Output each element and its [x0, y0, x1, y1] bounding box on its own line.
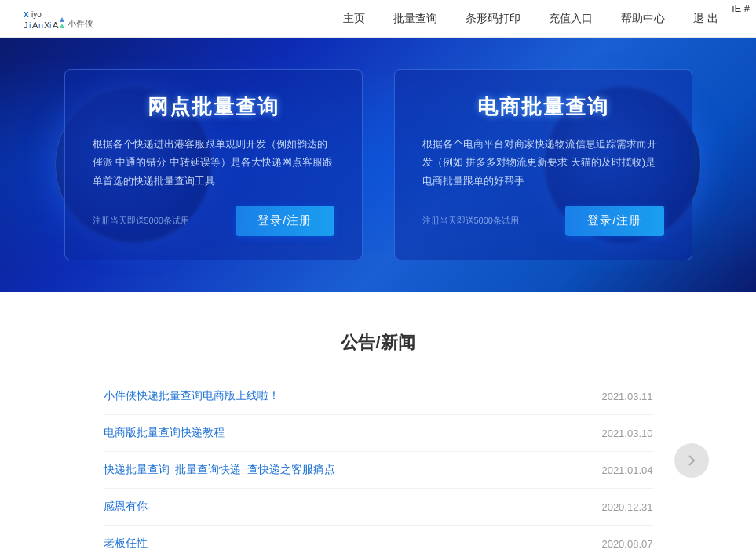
- network-card-footer: 注册当天即送5000条试用 登录/注册: [93, 206, 334, 236]
- svg-marker-9: [60, 17, 64, 22]
- header: x iyo J i A n X i A 小件侠 主页 批量查询 条形码打印 充值…: [0, 0, 756, 38]
- svg-text:i: i: [29, 20, 31, 30]
- news-link-4[interactable]: 感恩有你: [104, 500, 148, 514]
- top-right-badge: iE #: [732, 2, 750, 14]
- news-date-1: 2021.03.11: [601, 391, 652, 402]
- scroll-button[interactable]: [674, 443, 709, 478]
- nav-home[interactable]: 主页: [329, 0, 379, 38]
- nav-help[interactable]: 帮助中心: [607, 0, 679, 38]
- network-card-desc: 根据各个快递进出港客服跟单规则开发（例如韵达的催派 中通的错分 中转延误等）是各…: [93, 135, 334, 190]
- list-item[interactable]: 快递批量查询_批量查询快递_查快递之客服痛点 2021.01.04: [104, 452, 653, 489]
- nav-logout[interactable]: 退 出: [679, 0, 732, 38]
- svg-text:A: A: [32, 20, 38, 30]
- svg-text:J: J: [24, 20, 28, 30]
- svg-marker-10: [60, 24, 64, 28]
- nav-batch-query[interactable]: 批量查询: [379, 0, 451, 38]
- main-nav: 主页 批量查询 条形码打印 充值入口 帮助中心 退 出: [329, 0, 732, 38]
- news-date-4: 2020.12.31: [601, 501, 652, 513]
- svg-text:x: x: [24, 9, 29, 20]
- hero-banner: 网点批量查询 根据各个快递进出港客服跟单规则开发（例如韵达的催派 中通的错分 中…: [0, 38, 756, 292]
- ecommerce-card: 电商批量查询 根据各个电商平台对商家快递物流信息追踪需求而开发（例如 拼多多对物…: [394, 69, 692, 260]
- chevron-right-icon: [684, 453, 699, 468]
- nav-recharge[interactable]: 充值入口: [535, 0, 607, 38]
- network-card-title: 网点批量查询: [93, 93, 334, 121]
- svg-text:i: i: [49, 20, 51, 30]
- ecommerce-card-note: 注册当天即送5000条试用: [422, 215, 519, 227]
- ecommerce-card-footer: 注册当天即送5000条试用 登录/注册: [422, 206, 664, 236]
- ecommerce-card-title: 电商批量查询: [422, 93, 664, 121]
- news-section-title: 公告/新闻: [47, 331, 709, 355]
- news-date-2: 2021.03.10: [601, 427, 652, 439]
- network-login-button[interactable]: 登录/注册: [236, 206, 334, 236]
- news-section: 公告/新闻 小件侠快递批量查询电商版上线啦！ 2021.03.11 电商版批量查…: [0, 292, 756, 553]
- ecommerce-card-desc: 根据各个电商平台对商家快递物流信息追踪需求而开发（例如 拼多多对物流更新要求 天…: [422, 135, 664, 190]
- logo-icon: x iyo J i A n X i A 小件侠: [24, 5, 94, 33]
- news-link-1[interactable]: 小件侠快递批量查询电商版上线啦！: [104, 389, 279, 403]
- news-link-2[interactable]: 电商版批量查询快递教程: [104, 426, 225, 440]
- svg-text:小件侠: 小件侠: [68, 19, 93, 28]
- list-item[interactable]: 小件侠快递批量查询电商版上线啦！ 2021.03.11: [104, 378, 653, 415]
- news-date-5: 2020.08.07: [601, 538, 652, 550]
- news-link-3[interactable]: 快递批量查询_批量查询快递_查快递之客服痛点: [104, 463, 336, 477]
- network-card-note: 注册当天即送5000条试用: [93, 215, 189, 227]
- news-link-5[interactable]: 老板任性: [104, 537, 148, 551]
- ecommerce-login-button[interactable]: 登录/注册: [565, 206, 663, 236]
- news-date-3: 2021.01.04: [601, 464, 652, 476]
- svg-text:n: n: [38, 20, 43, 30]
- nav-barcode-print[interactable]: 条形码打印: [451, 0, 535, 38]
- svg-text:iyo: iyo: [31, 10, 42, 19]
- list-item[interactable]: 感恩有你 2020.12.31: [104, 489, 653, 526]
- svg-text:A: A: [53, 20, 59, 30]
- list-item[interactable]: 老板任性 2020.08.07: [104, 526, 653, 553]
- news-list: 小件侠快递批量查询电商版上线啦！ 2021.03.11 电商版批量查询快递教程 …: [104, 378, 653, 553]
- list-item[interactable]: 电商版批量查询快递教程 2021.03.10: [104, 415, 653, 452]
- network-card: 网点批量查询 根据各个快递进出港客服跟单规则开发（例如韵达的催派 中通的错分 中…: [64, 69, 363, 260]
- logo[interactable]: x iyo J i A n X i A 小件侠: [24, 5, 94, 33]
